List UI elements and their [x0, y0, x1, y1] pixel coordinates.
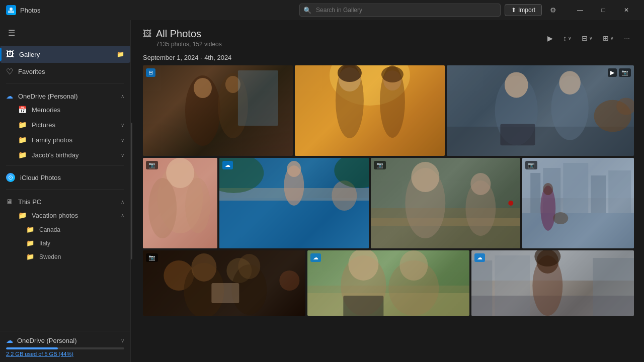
- sidebar-item-favorites[interactable]: ♡ Favorites: [0, 63, 130, 80]
- photo-cell-10[interactable]: ☁: [471, 250, 634, 316]
- svg-point-0: [10, 8, 13, 11]
- grid-chevron: ∨: [610, 36, 614, 41]
- svg-point-64: [238, 254, 260, 279]
- sidebar-gallery-label: Gallery: [19, 51, 112, 58]
- photo-cell-4[interactable]: 📷: [143, 158, 217, 248]
- page-title: All Photos: [156, 28, 201, 40]
- import-button[interactable]: ⬆ Import: [505, 4, 542, 16]
- hamburger-menu-button[interactable]: ☰: [2, 24, 21, 42]
- sidebar-item-jacobs-birthday[interactable]: 📁 Jacob's birthday ∨: [0, 147, 130, 162]
- grid-icon: ⊞: [603, 34, 609, 42]
- main-layout: ☰ 🖼 Gallery 📁 ♡ Favorites ☁ OneDrive (Pe…: [0, 20, 644, 362]
- this-pc-label: This PC: [18, 198, 116, 206]
- photo-cell-1[interactable]: ⊟: [143, 65, 293, 156]
- svg-point-28: [148, 178, 177, 238]
- sidebar-footer: ☁ OneDrive (Personal) ∨ 2.2 GB used of 5…: [0, 331, 130, 362]
- more-options-button[interactable]: ···: [620, 32, 634, 45]
- sidebar-item-canada[interactable]: 📁 Canada: [0, 223, 130, 236]
- vacation-photos-icon: 📁: [18, 211, 27, 219]
- photo-8-badge-icon: 📷: [148, 254, 155, 261]
- search-input[interactable]: [299, 4, 501, 17]
- photo-cell-9[interactable]: ☁: [307, 250, 470, 316]
- svg-rect-7: [238, 70, 278, 126]
- photo-cell-8[interactable]: 📷: [143, 250, 305, 316]
- sort-button[interactable]: ↕ ∨: [559, 32, 576, 45]
- icloud-label: iCloud Photos: [20, 174, 124, 182]
- svg-rect-50: [563, 163, 588, 213]
- sort-icon: ↕: [563, 34, 567, 42]
- filter-button[interactable]: ⊟ ∨: [578, 32, 597, 45]
- import-label: Import: [518, 7, 535, 14]
- content-title-wrap: 🖼 All Photos 7135 photos, 152 videos: [143, 28, 222, 48]
- svg-rect-53: [522, 213, 634, 248]
- footer-onedrive-chevron: ∨: [121, 338, 124, 343]
- date-range-label: September 1, 2024 - 4th, 2024: [143, 54, 231, 61]
- onedrive-icon: ☁: [6, 92, 13, 100]
- resize-handle[interactable]: [131, 20, 133, 362]
- photo-cell-7[interactable]: 📷: [522, 158, 634, 248]
- svg-rect-52: [608, 170, 631, 213]
- photo-row-1: ⊟: [143, 65, 634, 156]
- sidebar-item-memories[interactable]: 📅 Memories: [0, 102, 130, 117]
- svg-point-72: [399, 250, 428, 281]
- photo-6-badge: 📷: [374, 161, 386, 169]
- sidebar-item-italy[interactable]: 📁 Italy: [0, 236, 130, 250]
- close-button[interactable]: ✕: [615, 2, 638, 18]
- svg-point-21: [559, 71, 581, 95]
- photo-4-badge-icon: 📷: [148, 162, 155, 168]
- sweden-label: Sweden: [39, 253, 61, 260]
- svg-point-34: [287, 161, 301, 177]
- sidebar-favorites-label: Favorites: [18, 68, 124, 75]
- onedrive-label: OneDrive (Personal): [18, 93, 116, 100]
- photo-7-badge-icon: 📷: [528, 162, 535, 168]
- filter-chevron: ∨: [589, 36, 593, 41]
- sidebar-item-pictures[interactable]: 📁 Pictures ∨: [0, 117, 130, 132]
- sidebar-divider-3: [6, 189, 124, 190]
- gallery-badge-icon: 📁: [117, 51, 124, 58]
- sidebar-item-sweden[interactable]: 📁 Sweden: [0, 250, 130, 263]
- search-bar[interactable]: 🔍: [299, 4, 501, 17]
- sweden-icon: 📁: [26, 253, 34, 260]
- photo-3-badge-play: ▶: [608, 68, 617, 77]
- svg-point-63: [191, 253, 216, 282]
- date-section: September 1, 2024 - 4th, 2024: [133, 52, 644, 65]
- grid-view-button[interactable]: ⊞ ∨: [599, 32, 618, 45]
- content-header: 🖼 All Photos 7135 photos, 152 videos ▶ ↕…: [133, 20, 644, 52]
- photo-cell-6[interactable]: 📷: [371, 158, 520, 248]
- vacation-photos-chevron: ∧: [121, 213, 124, 218]
- content-area: 🖼 All Photos 7135 photos, 152 videos ▶ ↕…: [133, 20, 644, 362]
- sidebar-item-icloud[interactable]: ⊙ iCloud Photos: [0, 169, 130, 186]
- onedrive-chevron: ∧: [121, 94, 124, 99]
- sidebar-section-this-pc[interactable]: 🖥 This PC ∧: [0, 193, 130, 208]
- photo-9-badge: ☁: [310, 253, 321, 262]
- content-subtitle: 7135 photos, 152 videos: [156, 41, 222, 48]
- minimize-button[interactable]: —: [569, 2, 592, 18]
- play-icon: ▶: [547, 34, 553, 42]
- pictures-label: Pictures: [32, 121, 55, 129]
- storage-label[interactable]: 2.2 GB used of 5 GB (44%): [6, 351, 124, 357]
- sidebar-item-gallery[interactable]: 🖼 Gallery 📁: [0, 46, 130, 63]
- svg-rect-48: [530, 173, 540, 213]
- filter-icon: ⊟: [582, 34, 588, 42]
- window-controls: — □ ✕: [569, 2, 638, 18]
- sidebar-item-vacation-photos[interactable]: 📁 Vacation photos ∧: [0, 208, 130, 223]
- play-slideshow-button[interactable]: ▶: [543, 32, 557, 45]
- canada-label: Canada: [39, 226, 60, 233]
- photo-cell-5[interactable]: ☁: [219, 158, 369, 248]
- svg-point-55: [543, 183, 553, 195]
- svg-rect-73: [343, 296, 383, 316]
- storage-bar: 2.2 GB used of 5 GB (44%): [6, 347, 124, 357]
- photo-cell-2[interactable]: [295, 65, 445, 156]
- import-icon: ⬆: [511, 7, 516, 14]
- this-pc-chevron: ∧: [121, 199, 124, 205]
- vacation-photos-label: Vacation photos: [32, 212, 78, 219]
- photo-cell-3[interactable]: ▶ 📷: [447, 65, 634, 156]
- content-title: 🖼 All Photos: [143, 28, 222, 40]
- maximize-button[interactable]: □: [592, 2, 615, 18]
- sidebar-section-onedrive[interactable]: ☁ OneDrive (Personal) ∧: [0, 87, 130, 102]
- svg-rect-17: [447, 127, 634, 156]
- sidebar-item-family-photos[interactable]: 📁 Family photos ∨: [0, 132, 130, 147]
- italy-icon: 📁: [26, 239, 34, 247]
- settings-button[interactable]: ⚙: [546, 4, 560, 16]
- footer-onedrive[interactable]: ☁ OneDrive (Personal) ∨: [6, 336, 124, 344]
